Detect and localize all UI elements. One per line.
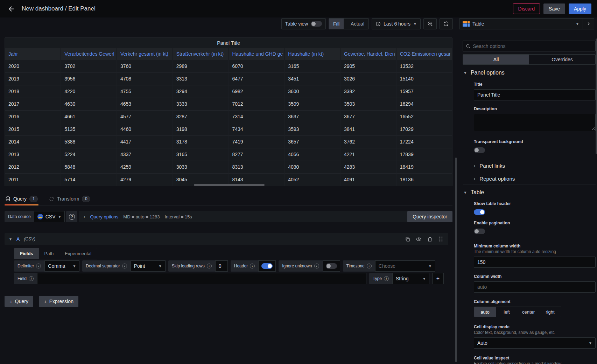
drag-handle-icon[interactable] [438, 236, 444, 242]
table-cell: 3762 [340, 135, 396, 148]
min-col-width-input[interactable]: 150 [474, 257, 596, 268]
enable-pagination-toggle[interactable] [474, 229, 485, 234]
table-cell: 2020 [5, 60, 61, 72]
tab-query[interactable]: Query 1 [5, 192, 38, 205]
table-cell: 3841 [340, 123, 396, 135]
align-auto-option[interactable]: auto [474, 307, 496, 317]
duplicate-query-icon[interactable] [404, 236, 410, 242]
table-row: 202037023760298960703165290513532 [5, 60, 452, 72]
table-cell: 3600 [285, 85, 340, 98]
show-table-header-toggle[interactable] [474, 209, 485, 215]
table-cell: 6982 [229, 85, 285, 98]
type-value: String [396, 276, 409, 281]
table-view-toggle[interactable] [311, 21, 322, 27]
csv-field-row: Fieldi Typei String▼ + [14, 273, 444, 284]
add-query-button[interactable]: + Query [5, 296, 33, 307]
query-editor-header[interactable]: ▼ A (CSV) [5, 233, 448, 245]
tab-transform[interactable]: Transform 0 [48, 192, 91, 205]
header-toggle[interactable] [261, 263, 273, 269]
decimal-separator-value: Point [134, 263, 145, 269]
options-search[interactable] [463, 41, 596, 51]
table-view-label: Table view [285, 21, 308, 27]
chevron-down-icon: ▼ [572, 22, 583, 26]
tab-overrides[interactable]: Overrides [529, 55, 595, 64]
options-search-input[interactable] [473, 43, 592, 49]
skip-leading-rows-value: 0 [219, 263, 222, 269]
timezone-select[interactable]: Choose▼ [375, 260, 435, 272]
panel-title[interactable]: Panel Title [5, 38, 452, 48]
datasource-help-button[interactable]: ? [66, 211, 77, 222]
save-button[interactable]: Save [543, 4, 565, 14]
horizontal-scrollbar[interactable] [194, 184, 265, 186]
decimal-separator-select[interactable]: Point▼ [131, 260, 166, 272]
sidebar-scrollbar[interactable] [596, 38, 597, 154]
visualization-picker[interactable]: Table ▼ [459, 18, 594, 29]
column-header[interactable]: Haushalte (in kt) [285, 48, 340, 60]
refresh-button[interactable] [440, 18, 453, 29]
info-icon: i [29, 276, 34, 281]
search-icon [466, 44, 470, 49]
fill-option[interactable]: Fill [329, 19, 344, 29]
query-inspector-button[interactable]: Query inspector [407, 211, 452, 222]
table-cell: 3165 [285, 60, 340, 72]
add-expression-button[interactable]: + Expression [39, 296, 78, 307]
delete-query-trash-icon[interactable] [427, 236, 433, 242]
toggle-options-pane-button[interactable] [583, 19, 594, 29]
query-options-link[interactable]: Query options [90, 214, 118, 219]
table-cell: 16294 [396, 98, 452, 110]
table-cell: 4577 [117, 110, 173, 123]
column-header[interactable]: Jahr [5, 48, 61, 60]
column-header[interactable]: Gewerbe, Handel, Dien [340, 48, 396, 60]
type-select[interactable]: String▼ [392, 273, 429, 284]
actual-option[interactable]: Actual [346, 19, 368, 29]
zoom-out-button[interactable] [423, 18, 437, 29]
table-cell: 2013 [5, 148, 61, 161]
column-header[interactable]: Haushalte und GHD ge [229, 48, 285, 60]
panel-options-section-header[interactable]: ▼ Panel options [463, 70, 596, 76]
apply-button[interactable]: Apply [569, 4, 591, 14]
ignore-unknown-toggle[interactable] [326, 263, 337, 269]
datasource-value: CSV [45, 214, 56, 219]
table-cell: 7314 [229, 110, 285, 123]
table-cell: 3294 [173, 85, 229, 98]
table-cell: 3702 [61, 60, 117, 72]
column-header[interactable]: Straßenverkehr (in kt) [173, 48, 229, 60]
panel-links-section[interactable]: › Panel links [474, 159, 596, 172]
tab-path[interactable]: Path [39, 248, 59, 259]
table-cell: 3657 [285, 135, 340, 148]
add-field-button[interactable]: + [432, 273, 444, 284]
cell-display-desc: Color text, background, show as gauge, e… [474, 330, 596, 335]
cell-display-select[interactable]: Auto ▼ [474, 337, 596, 349]
table-cell: 3451 [285, 72, 340, 85]
tab-fields[interactable]: Fields [14, 248, 39, 259]
delimiter-select[interactable]: Comma▼ [44, 260, 79, 272]
skip-leading-rows-input[interactable]: 0 [215, 260, 228, 272]
description-textarea[interactable] [474, 114, 596, 131]
column-header[interactable]: CO2-Emissionen gesar [396, 48, 452, 60]
info-icon: i [36, 264, 41, 268]
repeat-options-section[interactable]: › Repeat options [474, 172, 596, 185]
table-options-section-header[interactable]: ▼ Table [463, 189, 596, 196]
time-range-picker[interactable]: Last 6 hours ▼ [372, 18, 421, 29]
table-cell: 18136 [396, 173, 452, 186]
datasource-picker[interactable]: CSV ▼ [34, 211, 65, 222]
tab-experimental[interactable]: Experimental [59, 248, 97, 259]
col-width-input[interactable]: auto [474, 281, 596, 293]
tab-all[interactable]: All [463, 55, 529, 64]
align-center-option[interactable]: center [518, 307, 539, 317]
panel-title-input[interactable]: Panel Title [474, 89, 596, 100]
resize-handle-icon[interactable] [591, 127, 595, 130]
table-cell: 4417 [117, 135, 173, 148]
main-vertical-scrollbar[interactable] [455, 158, 457, 362]
back-arrow-icon[interactable] [6, 3, 17, 14]
align-right-option[interactable]: right [539, 307, 561, 317]
hide-query-eye-icon[interactable] [415, 236, 422, 242]
field-input[interactable] [37, 273, 366, 284]
column-header[interactable]: Verarbeitendes Gewerl [61, 48, 117, 60]
transparent-bg-toggle[interactable] [474, 147, 485, 153]
column-header[interactable]: Verkehr gesamt (in kt) [117, 48, 173, 60]
discard-button[interactable]: Discard [513, 4, 540, 14]
col-align-label: Column alignment [474, 299, 596, 304]
align-left-option[interactable]: left [496, 307, 518, 317]
table-cell: 2019 [5, 72, 61, 85]
